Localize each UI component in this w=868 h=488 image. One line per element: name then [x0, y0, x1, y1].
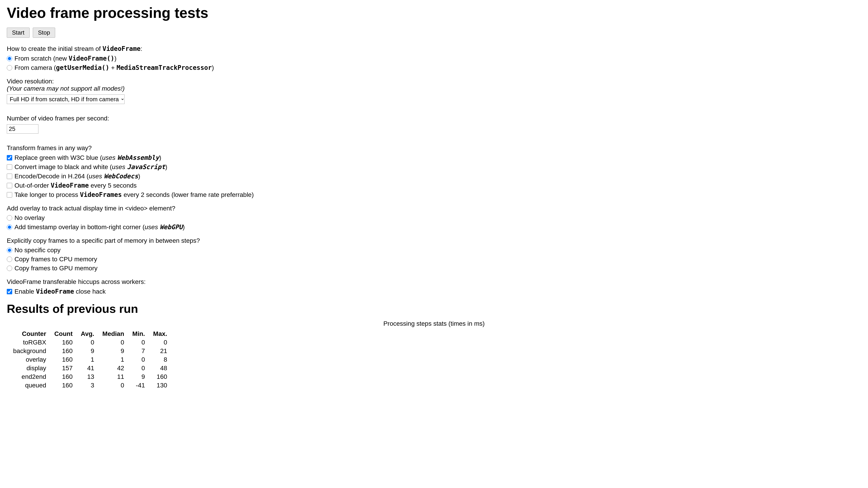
- cell-median: 9: [98, 347, 128, 355]
- hiccups-hack-option[interactable]: Enable VideoFrame close hack: [7, 288, 861, 295]
- cell-avg: 3: [76, 381, 98, 390]
- copy-gpu-label: Copy frames to GPU memory: [14, 265, 97, 272]
- source-camera-label: From camera (getUserMedia() + MediaStrea…: [14, 64, 214, 71]
- cell-avg: 41: [76, 364, 98, 372]
- cell-max: 48: [149, 364, 171, 372]
- hiccups-section: VideoFrame transferable hiccups across w…: [7, 278, 861, 295]
- cell-min: -41: [128, 381, 149, 390]
- overlay-timestamp-radio[interactable]: [7, 224, 12, 230]
- hiccups-hack-checkbox[interactable]: [7, 289, 12, 294]
- page-title: Video frame processing tests: [7, 4, 861, 21]
- source-camera-option[interactable]: From camera (getUserMedia() + MediaStrea…: [7, 64, 861, 71]
- copy-cpu-radio[interactable]: [7, 256, 12, 262]
- table-row: end2end16013119160: [9, 372, 171, 381]
- start-button[interactable]: Start: [7, 28, 30, 38]
- cell-counter: toRGBX: [9, 338, 50, 347]
- source-scratch-option[interactable]: From scratch (new VideoFrame()): [7, 55, 861, 62]
- cell-max: 160: [149, 372, 171, 381]
- transform-bw-option[interactable]: Convert image to black and white (uses J…: [7, 163, 861, 171]
- cell-max: 0: [149, 338, 171, 347]
- cell-counter: display: [9, 364, 50, 372]
- copy-none-radio[interactable]: [7, 247, 12, 253]
- cell-median: 42: [98, 364, 128, 372]
- resolution-label-text: Video resolution:: [7, 78, 54, 85]
- source-camera-radio[interactable]: [7, 65, 12, 70]
- table-row: background16099721: [9, 347, 171, 355]
- overlay-none-radio[interactable]: [7, 215, 12, 221]
- transform-longer-option[interactable]: Take longer to process VideoFrames every…: [7, 191, 861, 199]
- action-buttons: Start Stop: [7, 28, 861, 38]
- cell-max: 8: [149, 355, 171, 364]
- copy-gpu-option[interactable]: Copy frames to GPU memory: [7, 265, 861, 272]
- copy-none-option[interactable]: No specific copy: [7, 247, 861, 254]
- overlay-section: Add overlay to track actual display time…: [7, 205, 861, 231]
- table-row: toRGBX1600000: [9, 338, 171, 347]
- col-min: Min.: [128, 330, 149, 338]
- transform-wasm-checkbox[interactable]: [7, 155, 12, 160]
- overlay-timestamp-option[interactable]: Add timestamp overlay in bottom-right co…: [7, 223, 861, 231]
- cell-count: 160: [50, 338, 76, 347]
- hiccups-checkbox-group: Enable VideoFrame close hack: [7, 288, 861, 295]
- source-label: How to create the initial stream of Vide…: [7, 45, 861, 53]
- cell-median: 11: [98, 372, 128, 381]
- cell-min: 9: [128, 372, 149, 381]
- transform-outoforder-label: Out-of-order VideoFrame every 5 seconds: [14, 182, 137, 189]
- hiccups-label: VideoFrame transferable hiccups across w…: [7, 278, 861, 285]
- fps-label: Number of video frames per second:: [7, 115, 861, 122]
- cell-avg: 0: [76, 338, 98, 347]
- transform-checkbox-group: Replace green with W3C blue (uses WebAss…: [7, 154, 861, 199]
- cell-counter: overlay: [9, 355, 50, 364]
- results-section: Results of previous run Processing steps…: [7, 302, 861, 390]
- cell-counter: background: [9, 347, 50, 355]
- fps-input[interactable]: [7, 124, 38, 133]
- copy-radio-group: No specific copy Copy frames to CPU memo…: [7, 247, 861, 272]
- transform-h264-label: Encode/Decode in H.264 (uses WebCodecs): [14, 173, 140, 180]
- transform-h264-checkbox[interactable]: [7, 174, 12, 179]
- overlay-none-option[interactable]: No overlay: [7, 214, 861, 221]
- transform-bw-checkbox[interactable]: [7, 164, 12, 170]
- col-counter: Counter: [9, 330, 50, 338]
- table-row: queued16030-41130: [9, 381, 171, 390]
- cell-max: 21: [149, 347, 171, 355]
- results-title: Results of previous run: [7, 302, 861, 315]
- overlay-timestamp-label: Add timestamp overlay in bottom-right co…: [14, 223, 185, 231]
- cell-counter: queued: [9, 381, 50, 390]
- cell-count: 160: [50, 347, 76, 355]
- fps-section: Number of video frames per second:: [7, 115, 861, 138]
- copy-label: Explicitly copy frames to a specific par…: [7, 237, 861, 244]
- copy-gpu-radio[interactable]: [7, 266, 12, 271]
- results-subtitle: Processing steps stats (times in ms): [7, 320, 861, 327]
- transform-bw-label: Convert image to black and white (uses J…: [14, 163, 167, 171]
- cell-min: 0: [128, 338, 149, 347]
- transform-longer-checkbox[interactable]: [7, 192, 12, 197]
- copy-cpu-option[interactable]: Copy frames to CPU memory: [7, 256, 861, 263]
- copy-cpu-label: Copy frames to CPU memory: [14, 256, 97, 263]
- cell-count: 157: [50, 364, 76, 372]
- cell-counter: end2end: [9, 372, 50, 381]
- transform-wasm-option[interactable]: Replace green with W3C blue (uses WebAss…: [7, 154, 861, 161]
- cell-count: 160: [50, 372, 76, 381]
- overlay-label: Add overlay to track actual display time…: [7, 205, 861, 212]
- source-scratch-radio[interactable]: [7, 56, 12, 61]
- transform-h264-option[interactable]: Encode/Decode in H.264 (uses WebCodecs): [7, 173, 861, 180]
- cell-median: 1: [98, 355, 128, 364]
- transform-outoforder-checkbox[interactable]: [7, 183, 12, 188]
- cell-avg: 9: [76, 347, 98, 355]
- resolution-select[interactable]: Full HD if from scratch, HD if from came…: [7, 94, 125, 104]
- resolution-sublabel: (Your camera may not support all modes!): [7, 85, 125, 92]
- transform-section: Transform frames in any way? Replace gre…: [7, 145, 861, 199]
- transform-wasm-label: Replace green with W3C blue (uses WebAss…: [14, 154, 161, 161]
- results-table-body: toRGBX1600000background16099721overlay16…: [9, 338, 171, 390]
- col-count: Count: [50, 330, 76, 338]
- results-table: Counter Count Avg. Median Min. Max. toRG…: [9, 330, 171, 390]
- source-section: How to create the initial stream of Vide…: [7, 45, 861, 71]
- col-max: Max.: [149, 330, 171, 338]
- transform-outoforder-option[interactable]: Out-of-order VideoFrame every 5 seconds: [7, 182, 861, 189]
- col-median: Median: [98, 330, 128, 338]
- cell-avg: 13: [76, 372, 98, 381]
- table-header-row: Counter Count Avg. Median Min. Max.: [9, 330, 171, 338]
- cell-count: 160: [50, 381, 76, 390]
- table-row: overlay1601108: [9, 355, 171, 364]
- stop-button[interactable]: Stop: [33, 28, 55, 38]
- overlay-none-label: No overlay: [14, 214, 45, 221]
